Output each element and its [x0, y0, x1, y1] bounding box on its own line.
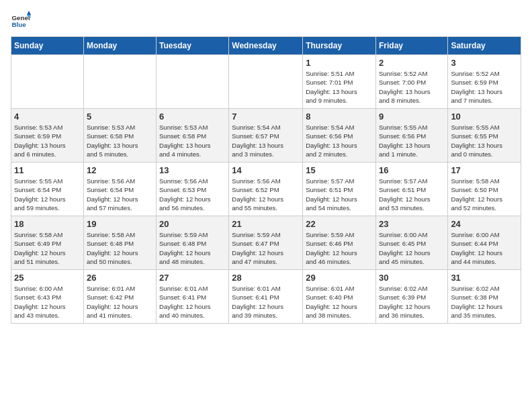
calendar-cell — [229, 55, 303, 109]
calendar-week-row: 4Sunrise: 5:53 AM Sunset: 6:59 PM Daylig… — [11, 109, 521, 163]
calendar-cell: 10Sunrise: 5:55 AM Sunset: 6:55 PM Dayli… — [448, 109, 521, 163]
calendar-cell — [157, 55, 229, 109]
day-number: 25 — [14, 273, 81, 283]
calendar-cell: 4Sunrise: 5:53 AM Sunset: 6:59 PM Daylig… — [11, 109, 84, 163]
day-number: 11 — [14, 165, 81, 175]
calendar-cell: 30Sunrise: 6:02 AM Sunset: 6:39 PM Dayli… — [375, 270, 447, 324]
day-number: 28 — [232, 273, 300, 283]
day-number: 1 — [306, 58, 373, 68]
day-info: Sunrise: 5:55 AM Sunset: 6:56 PM Dayligh… — [379, 123, 445, 158]
day-number: 12 — [87, 165, 153, 175]
page-header: General Blue — [11, 11, 521, 31]
logo-icon: General Blue — [11, 11, 31, 31]
calendar-cell: 26Sunrise: 6:01 AM Sunset: 6:42 PM Dayli… — [83, 270, 156, 324]
day-info: Sunrise: 5:51 AM Sunset: 7:01 PM Dayligh… — [306, 69, 373, 105]
day-number: 9 — [379, 111, 445, 122]
day-header-wednesday: Wednesday — [229, 37, 303, 55]
day-number: 16 — [379, 165, 445, 175]
calendar-table: SundayMondayTuesdayWednesdayThursdayFrid… — [11, 36, 521, 324]
calendar-cell: 23Sunrise: 6:00 AM Sunset: 6:45 PM Dayli… — [375, 216, 447, 270]
day-number: 15 — [306, 165, 373, 175]
calendar-cell: 16Sunrise: 5:57 AM Sunset: 6:51 PM Dayli… — [375, 163, 447, 216]
calendar-week-row: 25Sunrise: 6:00 AM Sunset: 6:43 PM Dayli… — [11, 270, 521, 324]
day-info: Sunrise: 6:00 AM Sunset: 6:43 PM Dayligh… — [14, 284, 81, 320]
day-info: Sunrise: 6:01 AM Sunset: 6:41 PM Dayligh… — [232, 284, 300, 320]
day-info: Sunrise: 5:57 AM Sunset: 6:51 PM Dayligh… — [379, 177, 445, 212]
day-number: 22 — [306, 219, 373, 229]
day-number: 3 — [451, 58, 518, 68]
day-number: 13 — [159, 165, 226, 175]
day-info: Sunrise: 5:57 AM Sunset: 6:51 PM Dayligh… — [306, 177, 373, 212]
calendar-cell: 12Sunrise: 5:56 AM Sunset: 6:54 PM Dayli… — [83, 163, 156, 216]
day-number: 21 — [232, 219, 300, 229]
day-info: Sunrise: 5:59 AM Sunset: 6:48 PM Dayligh… — [159, 230, 226, 266]
day-info: Sunrise: 5:56 AM Sunset: 6:54 PM Dayligh… — [87, 177, 153, 212]
calendar-cell: 18Sunrise: 5:58 AM Sunset: 6:49 PM Dayli… — [11, 216, 84, 270]
calendar-cell: 22Sunrise: 5:59 AM Sunset: 6:46 PM Dayli… — [303, 216, 376, 270]
svg-marker-2 — [27, 11, 31, 15]
day-number: 23 — [379, 219, 445, 229]
day-number: 17 — [451, 165, 518, 175]
day-number: 18 — [14, 219, 81, 229]
day-number: 10 — [451, 111, 518, 122]
logo: General Blue — [11, 11, 32, 31]
day-info: Sunrise: 5:58 AM Sunset: 6:48 PM Dayligh… — [87, 230, 153, 266]
calendar-cell: 17Sunrise: 5:58 AM Sunset: 6:50 PM Dayli… — [448, 163, 521, 216]
day-number: 6 — [159, 111, 226, 122]
day-info: Sunrise: 5:58 AM Sunset: 6:50 PM Dayligh… — [451, 177, 518, 212]
day-info: Sunrise: 5:53 AM Sunset: 6:58 PM Dayligh… — [159, 123, 226, 158]
calendar-week-row: 1Sunrise: 5:51 AM Sunset: 7:01 PM Daylig… — [11, 55, 521, 109]
day-number: 29 — [306, 273, 373, 283]
calendar-cell: 7Sunrise: 5:54 AM Sunset: 6:57 PM Daylig… — [229, 109, 303, 163]
day-number: 14 — [232, 165, 300, 175]
calendar-cell: 27Sunrise: 6:01 AM Sunset: 6:41 PM Dayli… — [157, 270, 229, 324]
calendar-cell: 20Sunrise: 5:59 AM Sunset: 6:48 PM Dayli… — [157, 216, 229, 270]
day-number: 26 — [87, 273, 153, 283]
day-info: Sunrise: 6:01 AM Sunset: 6:42 PM Dayligh… — [87, 284, 153, 320]
calendar-cell: 13Sunrise: 5:56 AM Sunset: 6:53 PM Dayli… — [157, 163, 229, 216]
calendar-cell — [11, 55, 84, 109]
day-number: 4 — [14, 111, 81, 122]
day-header-thursday: Thursday — [303, 37, 376, 55]
calendar-cell: 5Sunrise: 5:53 AM Sunset: 6:58 PM Daylig… — [83, 109, 156, 163]
calendar-cell: 3Sunrise: 5:52 AM Sunset: 6:59 PM Daylig… — [448, 55, 521, 109]
day-number: 20 — [159, 219, 226, 229]
day-number: 8 — [306, 111, 373, 122]
calendar-cell: 25Sunrise: 6:00 AM Sunset: 6:43 PM Dayli… — [11, 270, 84, 324]
calendar-cell: 1Sunrise: 5:51 AM Sunset: 7:01 PM Daylig… — [303, 55, 376, 109]
calendar-cell: 6Sunrise: 5:53 AM Sunset: 6:58 PM Daylig… — [157, 109, 229, 163]
day-info: Sunrise: 6:00 AM Sunset: 6:44 PM Dayligh… — [451, 230, 518, 266]
day-number: 31 — [451, 273, 518, 283]
day-info: Sunrise: 5:53 AM Sunset: 6:58 PM Dayligh… — [87, 123, 153, 158]
day-info: Sunrise: 6:02 AM Sunset: 6:39 PM Dayligh… — [379, 284, 445, 320]
calendar-cell: 8Sunrise: 5:54 AM Sunset: 6:56 PM Daylig… — [303, 109, 376, 163]
day-header-sunday: Sunday — [11, 37, 84, 55]
day-number: 19 — [87, 219, 153, 229]
calendar-cell: 2Sunrise: 5:52 AM Sunset: 7:00 PM Daylig… — [375, 55, 447, 109]
day-number: 7 — [232, 111, 300, 122]
calendar-cell: 31Sunrise: 6:02 AM Sunset: 6:38 PM Dayli… — [448, 270, 521, 324]
day-number: 5 — [87, 111, 153, 122]
day-info: Sunrise: 6:01 AM Sunset: 6:40 PM Dayligh… — [306, 284, 373, 320]
day-info: Sunrise: 5:52 AM Sunset: 7:00 PM Dayligh… — [379, 69, 445, 105]
svg-text:Blue: Blue — [12, 21, 27, 28]
day-info: Sunrise: 6:01 AM Sunset: 6:41 PM Dayligh… — [159, 284, 226, 320]
calendar-cell: 14Sunrise: 5:56 AM Sunset: 6:52 PM Dayli… — [229, 163, 303, 216]
calendar-cell: 21Sunrise: 5:59 AM Sunset: 6:47 PM Dayli… — [229, 216, 303, 270]
day-header-monday: Monday — [83, 37, 156, 55]
calendar-week-row: 11Sunrise: 5:55 AM Sunset: 6:54 PM Dayli… — [11, 163, 521, 216]
day-info: Sunrise: 5:54 AM Sunset: 6:56 PM Dayligh… — [306, 123, 373, 158]
calendar-header-row: SundayMondayTuesdayWednesdayThursdayFrid… — [11, 37, 521, 55]
calendar-cell: 28Sunrise: 6:01 AM Sunset: 6:41 PM Dayli… — [229, 270, 303, 324]
day-info: Sunrise: 5:56 AM Sunset: 6:53 PM Dayligh… — [159, 177, 226, 212]
day-info: Sunrise: 5:55 AM Sunset: 6:54 PM Dayligh… — [14, 177, 81, 212]
calendar-cell — [83, 55, 156, 109]
day-info: Sunrise: 5:58 AM Sunset: 6:49 PM Dayligh… — [14, 230, 81, 266]
day-header-tuesday: Tuesday — [157, 37, 229, 55]
calendar-cell: 15Sunrise: 5:57 AM Sunset: 6:51 PM Dayli… — [303, 163, 376, 216]
day-number: 27 — [159, 273, 226, 283]
calendar-cell: 9Sunrise: 5:55 AM Sunset: 6:56 PM Daylig… — [375, 109, 447, 163]
day-info: Sunrise: 6:02 AM Sunset: 6:38 PM Dayligh… — [451, 284, 518, 320]
day-header-saturday: Saturday — [448, 37, 521, 55]
day-number: 30 — [379, 273, 445, 283]
